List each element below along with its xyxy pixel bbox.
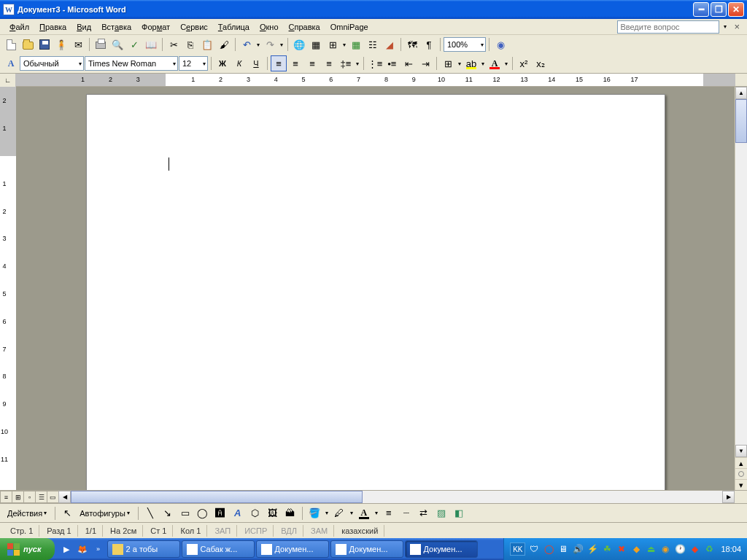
prev-page-button[interactable]: ▴	[735, 457, 747, 468]
align-right-button[interactable]: ≡	[304, 55, 320, 71]
diagram-button[interactable]: ⬡	[247, 505, 263, 521]
highlight-dropdown[interactable]: ▾	[480, 61, 486, 67]
help-button[interactable]: ◉	[492, 36, 508, 52]
clipart-button[interactable]: 🖼	[265, 505, 281, 521]
scroll-up-button[interactable]: ▲	[735, 87, 747, 99]
menu-file[interactable]: Файл	[4, 21, 34, 33]
tray-icon[interactable]: 🛡	[528, 543, 540, 555]
bold-button[interactable]: Ж	[214, 55, 231, 71]
font-color-draw-button[interactable]: A	[356, 505, 372, 521]
horizontal-ruler[interactable]: ∟ 3211234567891011121314151617	[0, 74, 747, 87]
quicklaunch-firefox-icon[interactable]: 🦊	[75, 541, 90, 557]
email-button[interactable]: ✉	[70, 36, 86, 52]
zoom-combo[interactable]: 100%▾	[444, 37, 486, 52]
window-minimize-button[interactable]: ━	[693, 2, 709, 17]
menu-omnipage[interactable]: OmniPage	[325, 21, 374, 33]
tray-icon[interactable]: 🖥	[557, 543, 569, 555]
font-combo[interactable]: Times New Roman▾	[85, 56, 178, 71]
line-style-button[interactable]: ≡	[381, 505, 397, 521]
status-trk[interactable]: ИСПР	[239, 525, 274, 537]
taskbar-item-folder[interactable]: 2 а тобы	[107, 540, 180, 558]
tray-icon[interactable]: ⚡	[587, 543, 598, 555]
format-painter-button[interactable]: 🖌	[216, 36, 232, 52]
insert-picture-button[interactable]: 🏔	[282, 505, 298, 521]
arrow-style-button[interactable]: ⇄	[416, 505, 432, 521]
drawing-toolbar-button[interactable]: ◢	[382, 36, 398, 52]
insert-excel-button[interactable]: ▦	[348, 36, 364, 52]
tray-icon[interactable]: ◆	[630, 543, 642, 555]
show-formatting-button[interactable]: ¶	[421, 36, 437, 52]
arrow-button[interactable]: ↘	[160, 505, 176, 521]
line-button[interactable]: ╲	[142, 505, 158, 521]
taskbar-item-word-2[interactable]: Докумен...	[256, 540, 329, 558]
quicklaunch-wmp-icon[interactable]: ▶	[59, 541, 74, 557]
next-page-button[interactable]: ▾	[735, 479, 747, 490]
menu-table[interactable]: Таблица	[213, 21, 255, 33]
permission-button[interactable]: 🧍	[53, 36, 69, 52]
normal-view-button[interactable]: ≡	[0, 491, 12, 503]
font-size-combo[interactable]: 12▾	[179, 56, 208, 71]
menu-view[interactable]: Вид	[71, 21, 96, 33]
borders-dropdown[interactable]: ▾	[457, 61, 462, 67]
rectangle-button[interactable]: ▭	[177, 505, 193, 521]
menu-service[interactable]: Сервис	[175, 21, 213, 33]
menu-insert[interactable]: Вставка	[96, 21, 136, 33]
line-spacing-dropdown[interactable]: ▾	[355, 61, 360, 67]
window-maximize-button[interactable]: ❐	[711, 2, 727, 17]
undo-button[interactable]: ↶	[239, 36, 255, 52]
numbered-list-button[interactable]: ⋮≡	[367, 55, 383, 71]
tray-clock[interactable]: 18:04	[721, 545, 741, 553]
styles-pane-button[interactable]: A	[3, 55, 19, 71]
open-button[interactable]	[20, 36, 36, 52]
tables-borders-button[interactable]: ▦	[308, 36, 324, 52]
textbox-button[interactable]: 🅰	[212, 505, 228, 521]
paste-button[interactable]: 📋	[199, 36, 215, 52]
tray-usb-icon[interactable]: ⏏	[645, 543, 657, 555]
underline-button[interactable]: Ч	[248, 55, 264, 71]
hscroll-thumb[interactable]	[71, 491, 363, 503]
autoshapes-menu[interactable]: Автофигуры ▾	[77, 508, 134, 519]
columns-button[interactable]: ☷	[365, 36, 381, 52]
outline-view-button[interactable]: ☰	[35, 491, 47, 503]
align-justify-button[interactable]: ≡	[321, 55, 337, 71]
hyperlink-button[interactable]: 🌐	[291, 36, 307, 52]
drawing-actions-menu[interactable]: Действия ▾	[4, 508, 51, 519]
document-page[interactable]	[86, 94, 665, 490]
spellcheck-button[interactable]: ✓	[126, 36, 142, 52]
tray-icon[interactable]: ◉	[659, 543, 671, 555]
subscript-button[interactable]: x₂	[533, 55, 549, 71]
tab-selector[interactable]: ∟	[0, 74, 16, 87]
menu-edit[interactable]: Правка	[34, 21, 71, 33]
font-color-button[interactable]: A	[487, 55, 503, 71]
browse-object-button[interactable]	[735, 468, 747, 479]
redo-button[interactable]: ↷	[262, 36, 278, 52]
tray-icon[interactable]: ◯	[543, 543, 554, 555]
tray-icon[interactable]: 🕐	[674, 543, 686, 555]
document-map-button[interactable]: 🗺	[404, 36, 420, 52]
cut-button[interactable]: ✂	[166, 36, 182, 52]
font-color-dropdown[interactable]: ▾	[503, 61, 509, 67]
line-color-button[interactable]: 🖊	[331, 505, 347, 521]
start-button[interactable]: пуск	[0, 538, 55, 560]
tray-icon[interactable]: ◆	[689, 543, 700, 555]
vertical-ruler[interactable]: 211234567891011	[0, 87, 16, 490]
decrease-indent-button[interactable]: ⇤	[400, 55, 417, 71]
vertical-scrollbar[interactable]: ▲ ▼ ▴ ▾	[735, 87, 747, 490]
increase-indent-button[interactable]: ⇥	[417, 55, 433, 71]
help-dropdown-icon[interactable]: ▾	[722, 23, 728, 30]
menu-help[interactable]: Справка	[284, 21, 325, 33]
print-view-button[interactable]: ▫	[23, 491, 36, 503]
web-view-button[interactable]: ⊞	[12, 491, 24, 503]
tray-icon[interactable]: ☘	[601, 543, 613, 555]
close-pane-button[interactable]: ×	[731, 21, 743, 32]
line-spacing-button[interactable]: ‡≡	[338, 55, 354, 71]
research-button[interactable]: 📖	[143, 36, 159, 52]
save-button[interactable]	[36, 36, 53, 52]
menu-format[interactable]: Формат	[136, 21, 175, 33]
status-language[interactable]: казахский	[336, 525, 384, 537]
tray-icon[interactable]: ✖	[616, 543, 627, 555]
oval-button[interactable]: ◯	[195, 505, 211, 521]
status-ext[interactable]: ВДЛ	[275, 525, 303, 537]
italic-button[interactable]: К	[231, 55, 247, 71]
help-search-input[interactable]	[617, 20, 719, 34]
